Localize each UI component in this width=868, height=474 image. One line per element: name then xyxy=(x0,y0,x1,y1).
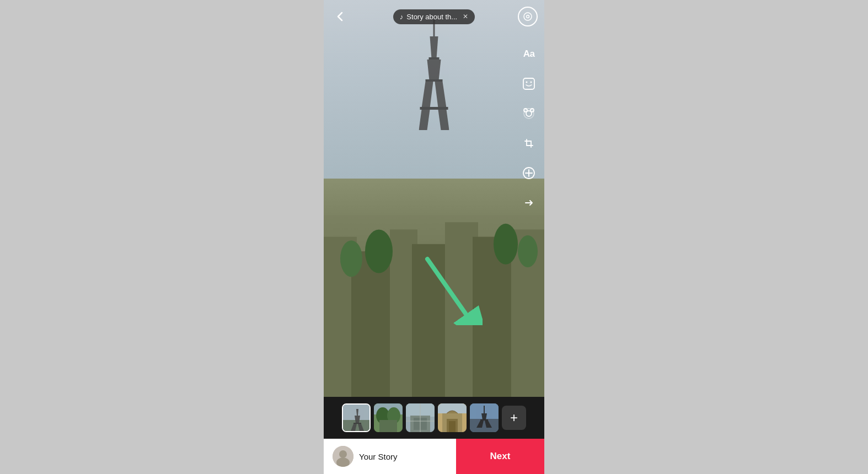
svg-point-30 xyxy=(524,109,534,118)
svg-rect-62 xyxy=(470,419,499,432)
your-story-button[interactable]: Your Story xyxy=(324,439,456,474)
music-close-icon[interactable]: ✕ xyxy=(463,13,468,20)
back-button[interactable] xyxy=(330,7,350,26)
svg-point-21 xyxy=(518,235,538,267)
more-tools-button[interactable] xyxy=(519,193,539,213)
your-story-label: Your Story xyxy=(359,452,398,461)
plus-icon: + xyxy=(510,410,518,425)
svg-rect-41 xyxy=(353,423,361,424)
svg-rect-65 xyxy=(480,419,488,421)
thumbnail-2[interactable] xyxy=(374,403,403,432)
avatar xyxy=(333,446,353,467)
svg-rect-26 xyxy=(523,78,534,89)
svg-rect-63 xyxy=(484,406,485,413)
svg-point-25 xyxy=(527,15,529,18)
green-arrow-indicator xyxy=(416,254,483,325)
thumbnails-bar: + xyxy=(324,397,544,439)
right-toolbar: Aa xyxy=(519,44,539,213)
next-label: Next xyxy=(490,451,511,462)
svg-marker-3 xyxy=(427,60,441,80)
text-tool-button[interactable]: Aa xyxy=(519,44,539,64)
svg-marker-5 xyxy=(422,82,433,108)
add-media-button[interactable]: + xyxy=(502,406,526,430)
svg-rect-2 xyxy=(429,57,440,60)
svg-marker-8 xyxy=(419,110,430,130)
svg-rect-7 xyxy=(420,107,448,110)
svg-marker-6 xyxy=(435,82,447,108)
bottom-action-bar: Your Story Next xyxy=(324,439,544,474)
thumbnail-4[interactable] xyxy=(438,403,467,432)
svg-line-23 xyxy=(427,259,466,314)
thumbnail-5[interactable] xyxy=(470,403,499,432)
music-label: Story about th... xyxy=(406,13,457,21)
music-pill[interactable]: ♪ Story about th... ✕ xyxy=(393,9,475,24)
svg-point-24 xyxy=(524,13,532,20)
svg-point-20 xyxy=(494,224,518,265)
svg-point-19 xyxy=(340,240,362,277)
svg-marker-1 xyxy=(430,36,438,58)
sticker-tool-button[interactable] xyxy=(519,74,539,94)
svg-point-69 xyxy=(339,450,347,458)
thumbnail-1[interactable] xyxy=(342,403,371,432)
settings-button[interactable] xyxy=(518,7,538,26)
effects-tool-button[interactable] xyxy=(519,104,539,123)
add-photo-tool-button[interactable] xyxy=(519,163,539,183)
svg-rect-4 xyxy=(426,79,443,82)
eiffel-tower-graphic xyxy=(419,20,449,141)
music-note-icon: ♪ xyxy=(400,13,404,21)
story-image-area: ♪ Story about th... ✕ Aa xyxy=(324,0,544,397)
top-toolbar: ♪ Story about th... ✕ xyxy=(324,0,544,33)
phone-frame: ♪ Story about th... ✕ Aa xyxy=(324,0,544,474)
svg-point-28 xyxy=(531,82,532,83)
svg-point-18 xyxy=(365,229,393,273)
svg-point-27 xyxy=(526,82,528,83)
next-button[interactable]: Next xyxy=(456,439,544,474)
svg-marker-9 xyxy=(438,110,449,130)
svg-rect-48 xyxy=(379,420,397,432)
svg-rect-59 xyxy=(449,421,456,432)
thumbnail-3[interactable] xyxy=(406,403,435,432)
crop-tool-button[interactable] xyxy=(519,133,539,153)
